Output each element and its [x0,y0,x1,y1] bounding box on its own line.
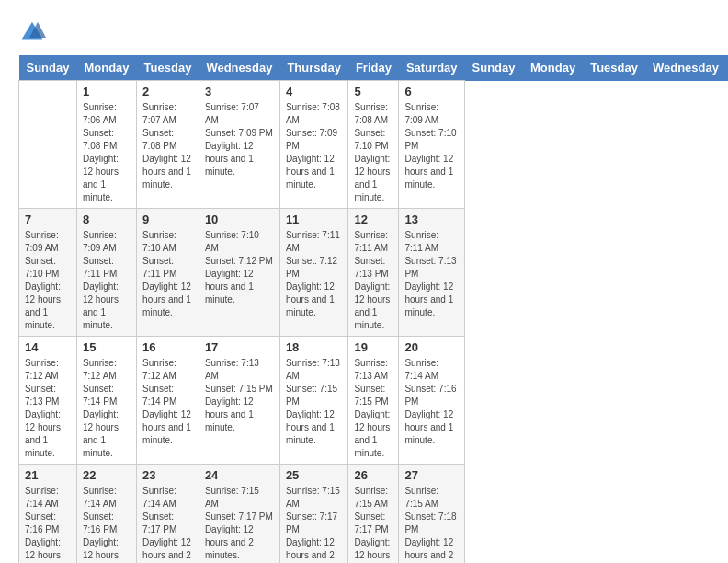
day-number: 4 [286,85,343,98]
header-sunday: Sunday [19,55,77,81]
header-wednesday: Wednesday [199,55,279,81]
day-info: Sunrise: 7:07 AMSunset: 7:08 PMDaylight:… [142,101,193,191]
header-sunday: Sunday [465,55,523,81]
calendar-cell: 9Sunrise: 7:10 AMSunset: 7:11 PMDaylight… [137,209,199,337]
calendar-cell: 17Sunrise: 7:13 AMSunset: 7:15 PMDayligh… [199,337,279,465]
day-info: Sunrise: 7:08 AMSunset: 7:10 PMDaylight:… [354,101,392,204]
day-info: Sunrise: 7:11 AMSunset: 7:13 PMDaylight:… [354,229,392,332]
day-number: 23 [142,468,193,482]
calendar-cell: 13Sunrise: 7:11 AMSunset: 7:13 PMDayligh… [399,209,465,337]
calendar-cell: 22Sunrise: 7:14 AMSunset: 7:16 PMDayligh… [76,465,136,564]
calendar-cell: 11Sunrise: 7:11 AMSunset: 7:12 PMDayligh… [279,209,348,337]
day-number: 19 [354,340,392,354]
day-number: 2 [142,85,193,98]
day-info: Sunrise: 7:07 AMSunset: 7:09 PMDaylight:… [205,101,274,178]
day-number: 26 [354,468,392,482]
day-number: 1 [83,85,131,98]
day-number: 9 [142,213,193,226]
logo-icon [18,18,46,46]
day-info: Sunrise: 7:15 AMSunset: 7:17 PMDaylight:… [286,485,343,563]
day-number: 16 [142,340,193,354]
day-number: 17 [205,340,274,354]
day-info: Sunrise: 7:06 AMSunset: 7:08 PMDaylight:… [83,101,131,204]
header-saturday: Saturday [399,55,465,81]
calendar-cell: 21Sunrise: 7:14 AMSunset: 7:16 PMDayligh… [19,465,77,564]
day-number: 24 [205,468,274,482]
calendar-cell: 8Sunrise: 7:09 AMSunset: 7:11 PMDaylight… [76,209,136,337]
header-tuesday: Tuesday [137,55,199,81]
calendar-cell: 16Sunrise: 7:12 AMSunset: 7:14 PMDayligh… [137,337,199,465]
day-number: 14 [25,340,71,354]
day-number: 11 [286,213,343,226]
calendar-cell: 12Sunrise: 7:11 AMSunset: 7:13 PMDayligh… [348,209,399,337]
calendar-cell: 25Sunrise: 7:15 AMSunset: 7:17 PMDayligh… [279,465,348,564]
day-info: Sunrise: 7:15 AMSunset: 7:17 PMDaylight:… [205,485,274,562]
calendar-table: SundayMondayTuesdayWednesdayThursdayFrid… [18,55,728,563]
calendar-cell: 15Sunrise: 7:12 AMSunset: 7:14 PMDayligh… [76,337,136,465]
calendar-week-2: 7Sunrise: 7:09 AMSunset: 7:10 PMDaylight… [19,209,729,337]
calendar-cell: 26Sunrise: 7:15 AMSunset: 7:17 PMDayligh… [348,465,399,564]
day-number: 10 [205,213,274,226]
header-tuesday: Tuesday [583,55,645,81]
calendar-week-4: 21Sunrise: 7:14 AMSunset: 7:16 PMDayligh… [19,465,729,564]
calendar-cell: 19Sunrise: 7:13 AMSunset: 7:15 PMDayligh… [348,337,399,465]
calendar-cell: 14Sunrise: 7:12 AMSunset: 7:13 PMDayligh… [19,337,77,465]
calendar-cell [19,81,77,209]
day-info: Sunrise: 7:10 AMSunset: 7:12 PMDaylight:… [205,229,274,306]
header-monday: Monday [523,55,583,81]
calendar-cell: 4Sunrise: 7:08 AMSunset: 7:09 PMDaylight… [279,81,348,209]
day-number: 13 [404,213,459,226]
day-info: Sunrise: 7:12 AMSunset: 7:13 PMDaylight:… [25,357,71,460]
header-monday: Monday [76,55,136,81]
page-header [18,18,710,46]
calendar-cell: 18Sunrise: 7:13 AMSunset: 7:15 PMDayligh… [279,337,348,465]
day-info: Sunrise: 7:12 AMSunset: 7:14 PMDaylight:… [83,357,131,460]
day-number: 20 [404,340,459,354]
day-info: Sunrise: 7:08 AMSunset: 7:09 PMDaylight:… [286,101,343,191]
day-number: 21 [25,468,71,482]
day-info: Sunrise: 7:09 AMSunset: 7:11 PMDaylight:… [83,229,131,332]
day-number: 12 [354,213,392,226]
day-info: Sunrise: 7:11 AMSunset: 7:12 PMDaylight:… [286,229,343,319]
day-info: Sunrise: 7:14 AMSunset: 7:16 PMDaylight:… [404,357,459,447]
header-friday: Friday [348,55,399,81]
calendar-cell: 3Sunrise: 7:07 AMSunset: 7:09 PMDaylight… [199,81,279,209]
day-info: Sunrise: 7:12 AMSunset: 7:14 PMDaylight:… [142,357,193,447]
calendar-cell: 20Sunrise: 7:14 AMSunset: 7:16 PMDayligh… [399,337,465,465]
day-info: Sunrise: 7:15 AMSunset: 7:18 PMDaylight:… [404,485,459,563]
day-number: 5 [354,85,392,98]
day-number: 25 [286,468,343,482]
day-info: Sunrise: 7:13 AMSunset: 7:15 PMDaylight:… [354,357,392,460]
day-info: Sunrise: 7:14 AMSunset: 7:17 PMDaylight:… [142,485,193,563]
calendar-header-row: SundayMondayTuesdayWednesdayThursdayFrid… [19,55,729,81]
day-info: Sunrise: 7:13 AMSunset: 7:15 PMDaylight:… [286,357,343,447]
day-info: Sunrise: 7:10 AMSunset: 7:11 PMDaylight:… [142,229,193,319]
day-info: Sunrise: 7:09 AMSunset: 7:10 PMDaylight:… [25,229,71,332]
calendar-cell: 27Sunrise: 7:15 AMSunset: 7:18 PMDayligh… [399,465,465,564]
calendar-cell: 2Sunrise: 7:07 AMSunset: 7:08 PMDaylight… [137,81,199,209]
calendar-cell: 1Sunrise: 7:06 AMSunset: 7:08 PMDaylight… [76,81,136,209]
calendar-cell: 6Sunrise: 7:09 AMSunset: 7:10 PMDaylight… [399,81,465,209]
day-number: 22 [83,468,131,482]
day-info: Sunrise: 7:11 AMSunset: 7:13 PMDaylight:… [404,229,459,319]
calendar-cell: 7Sunrise: 7:09 AMSunset: 7:10 PMDaylight… [19,209,77,337]
calendar-cell: 5Sunrise: 7:08 AMSunset: 7:10 PMDaylight… [348,81,399,209]
day-info: Sunrise: 7:13 AMSunset: 7:15 PMDaylight:… [205,357,274,434]
day-info: Sunrise: 7:15 AMSunset: 7:17 PMDaylight:… [354,485,392,563]
day-number: 8 [83,213,131,226]
day-number: 3 [205,85,274,98]
calendar-week-3: 14Sunrise: 7:12 AMSunset: 7:13 PMDayligh… [19,337,729,465]
logo [18,18,50,46]
day-info: Sunrise: 7:09 AMSunset: 7:10 PMDaylight:… [404,101,459,191]
day-info: Sunrise: 7:14 AMSunset: 7:16 PMDaylight:… [25,485,71,563]
calendar-cell: 24Sunrise: 7:15 AMSunset: 7:17 PMDayligh… [199,465,279,564]
header-thursday: Thursday [279,55,348,81]
day-number: 27 [404,468,459,482]
header-wednesday: Wednesday [645,55,726,81]
calendar-cell: 23Sunrise: 7:14 AMSunset: 7:17 PMDayligh… [137,465,199,564]
day-number: 7 [25,213,71,226]
calendar-cell: 10Sunrise: 7:10 AMSunset: 7:12 PMDayligh… [199,209,279,337]
day-number: 18 [286,340,343,354]
day-number: 15 [83,340,131,354]
day-number: 6 [404,85,459,98]
